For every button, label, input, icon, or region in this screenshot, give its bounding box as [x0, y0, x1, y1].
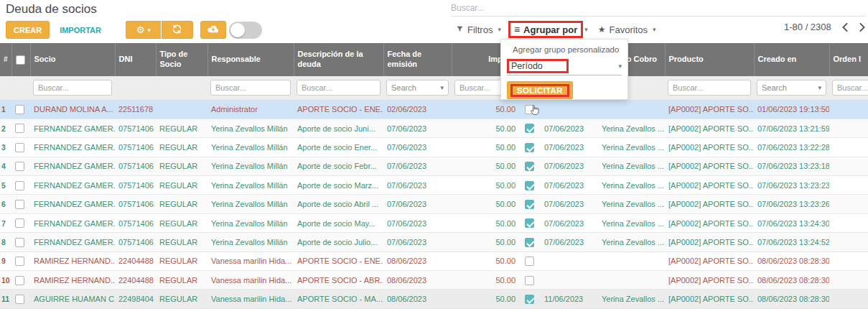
cell-producto: [AP0002] APORTE SO...	[665, 213, 754, 232]
table-row[interactable]: 8FERNANDEZ GAMER...07571406REGULARYerina…	[0, 233, 868, 252]
table-row[interactable]: 9RAMIREZ HERNAND...22404488REGULARVaness…	[0, 252, 868, 270]
cell-producto: [AP0002] APORTE SO...	[665, 290, 754, 308]
paid-checkbox[interactable]	[525, 181, 534, 190]
cell-importe: 50.00	[452, 138, 521, 157]
filters-menu[interactable]: Filtros ▾	[456, 24, 501, 35]
cell-descripcion: Aporte de socio Juni...	[294, 119, 383, 137]
column-header-descripcion[interactable]: Descripción de la deuda	[294, 43, 383, 76]
cell-orden	[829, 176, 868, 195]
filter-input-orden[interactable]	[832, 80, 868, 96]
view-toggle-switch[interactable]	[229, 22, 262, 39]
refresh-button[interactable]	[162, 21, 193, 39]
pagination-range: 1-80 / 2308	[784, 22, 831, 32]
filter-select-creado_en[interactable]: Search▾	[757, 80, 826, 96]
paid-checkbox[interactable]	[525, 124, 534, 133]
cell-socio: FERNANDEZ GAMER...	[30, 176, 115, 195]
chevron-down-icon: ▾	[618, 63, 622, 70]
paid-checkbox[interactable]	[525, 200, 534, 209]
favorites-menu[interactable]: ★ Favoritos ▾	[598, 24, 656, 35]
table-row[interactable]: 7FERNANDEZ GAMER...07571406REGULARYerina…	[0, 213, 868, 232]
cell-orden	[829, 119, 868, 137]
table-row[interactable]: 1DURAND MOLINA A...22511678Administrator…	[0, 100, 868, 119]
cell-usuario_cobro	[598, 100, 665, 119]
cloud-download-button[interactable]	[200, 21, 226, 39]
paid-checkbox[interactable]	[525, 238, 534, 247]
prev-page-button[interactable]	[841, 23, 849, 32]
group-by-menu annotation-box-group-by[interactable]: ≡ Agrupar por	[508, 21, 583, 38]
hamburger-icon: ≡	[514, 24, 520, 35]
table-row[interactable]: 5FERNANDEZ GAMER...07571406REGULARYerina…	[0, 176, 868, 195]
filter-input-descripcion[interactable]	[297, 80, 381, 96]
gear-dropdown-button[interactable]: ⚙ ▾	[126, 21, 162, 39]
table-row[interactable]: 3FERNANDEZ GAMER...07571406REGULARYerina…	[0, 138, 868, 157]
row-select-checkbox[interactable]	[15, 295, 24, 304]
table-row[interactable]: 2FERNANDEZ GAMER...07571406REGULARYerina…	[0, 119, 868, 137]
row-select-checkbox[interactable]	[15, 105, 24, 114]
table-row[interactable]: 6FERNANDEZ GAMER...07571406REGULARYerina…	[0, 195, 868, 213]
filter-input-responsable[interactable]	[210, 80, 291, 96]
row-select-checkbox[interactable]	[15, 162, 24, 171]
cell-producto: [AP0002] APORTE SO...	[665, 252, 754, 270]
chevron-down-icon: ▾	[148, 27, 151, 34]
paid-checkbox[interactable]	[525, 218, 534, 228]
group-by-dropdown-panel: Agregar grupo personalizado Período ▾ SO…	[500, 39, 628, 100]
cell-dni: 07571406	[115, 233, 156, 252]
cell-importe: 50.00	[452, 176, 521, 195]
next-page-button[interactable]	[859, 23, 866, 32]
cell-fecha_cobro: 07/06/2023	[541, 138, 598, 157]
select-all-checkbox[interactable]	[16, 55, 25, 65]
row-select-checkbox[interactable]	[15, 143, 24, 152]
paid-checkbox[interactable]	[525, 143, 534, 152]
row-select-checkbox[interactable]	[15, 238, 24, 247]
column-header-dni[interactable]: DNI	[115, 43, 156, 76]
cell-responsable: Yerina Zevallos Millán	[207, 119, 294, 137]
cell-tipo: REGULAR	[156, 138, 207, 157]
paid-checkbox[interactable]	[525, 295, 534, 304]
row-select-checkbox[interactable]	[15, 257, 24, 266]
cell-tipo: REGULAR	[156, 213, 207, 232]
search-input[interactable]	[451, 0, 866, 16]
row-select-checkbox[interactable]	[15, 200, 24, 209]
cell-usuario_cobro: Yerina Zevallos ...	[598, 213, 665, 232]
page-title: Deuda de socios	[6, 2, 97, 17]
paid-checkbox[interactable]	[525, 257, 534, 266]
row-select-checkbox[interactable]	[15, 276, 24, 285]
cell-fecha_emision: 08/06/2023	[383, 290, 452, 308]
row-select-checkbox[interactable]	[15, 218, 24, 228]
custom-group-title: Agregar grupo personalizado	[507, 45, 622, 54]
filter-funnel-icon	[456, 24, 464, 35]
paid-checkbox[interactable]	[525, 162, 534, 171]
cell-fecha_emision: 07/06/2023	[383, 195, 452, 213]
column-header-fecha_emision[interactable]: Fecha de emisión	[383, 43, 452, 76]
column-header-responsable[interactable]: Responsable	[207, 43, 294, 76]
cell-num: 2	[0, 119, 11, 137]
column-header-producto[interactable]: Producto	[665, 43, 754, 76]
row-select-checkbox[interactable]	[15, 181, 24, 190]
row-select-checkbox[interactable]	[15, 124, 24, 133]
cell-dni: 22511678	[115, 100, 156, 119]
cell-fecha_cobro: 11/06/2023	[541, 290, 598, 308]
column-header-orden[interactable]: Orden I	[829, 43, 868, 76]
cell-descripcion: APORTE SOCIO - ENE...	[294, 252, 383, 270]
create-button[interactable]: CREAR	[6, 21, 50, 39]
paid-checkbox[interactable]	[525, 276, 534, 285]
table-row[interactable]: 4FERNANDEZ GAMER...07571406REGULARYerina…	[0, 157, 868, 175]
cell-usuario_cobro: Yerina Zevallos ...	[598, 290, 665, 308]
import-button[interactable]: IMPORTAR	[60, 26, 101, 34]
column-header-socio[interactable]: Socio	[30, 43, 115, 76]
filter-input-producto[interactable]	[668, 80, 751, 96]
column-header-creado_en[interactable]: Creado en	[754, 43, 829, 76]
column-header-tipo[interactable]: Tipo de Socio	[156, 43, 207, 76]
cell-importe: 50.00	[452, 290, 521, 308]
filter-select-fecha_emision[interactable]: Search▾	[386, 80, 449, 96]
column-header-sel[interactable]	[11, 43, 30, 76]
table-row[interactable]: 11AGUIRRE HUAMAN C...22498404REGULARVane…	[0, 290, 868, 308]
table-row[interactable]: 10RAMIREZ HERNAND...22404488REGULARVanes…	[0, 271, 868, 290]
filter-input-socio[interactable]	[33, 80, 112, 96]
cell-producto: [AP0002] APORTE SO...	[665, 138, 754, 157]
column-header-num[interactable]: #	[0, 43, 11, 76]
apply-group-button[interactable]: SOLICITAR	[507, 81, 573, 99]
cell-num: 8	[0, 233, 11, 252]
group-field-select[interactable]: Período ▾	[507, 59, 622, 75]
cell-creado_en: 07/06/2023 13:24:52	[754, 233, 829, 252]
